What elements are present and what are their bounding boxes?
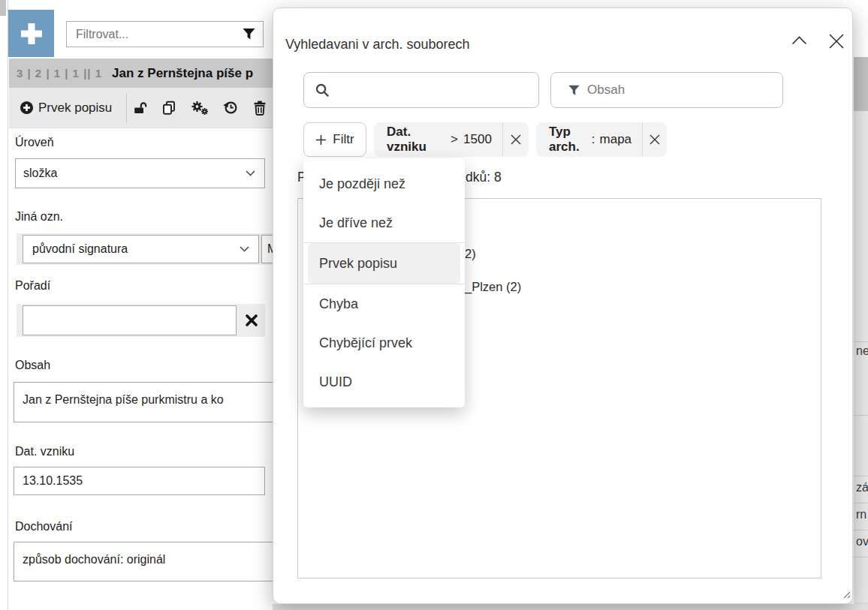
breadcrumb-numbers: 3 | 2 | 1 | 1 || 1 (9, 67, 102, 80)
dropdown-item-je-pozdeji-nez[interactable]: Je později než (303, 164, 465, 203)
content-filter-input[interactable] (586, 82, 782, 98)
close-icon (649, 134, 661, 146)
left-scrollbar-track (0, 0, 8, 610)
chip-field-name: Typ arch. (549, 125, 592, 155)
jina-ozn-value-fragment: M (261, 235, 273, 263)
uroven-select-value: složka (16, 167, 246, 180)
gears-icon (191, 100, 209, 116)
archive-search-field[interactable] (303, 72, 539, 108)
dropdown-item-prvek-popisu[interactable]: Prvek popisu (308, 243, 460, 284)
page-bottom-strip (273, 604, 868, 610)
plus-circle-icon (20, 101, 34, 115)
toolbar-divider (126, 93, 127, 122)
field-label-poradi: Pořadí (15, 279, 50, 293)
right-panel-sliver: ne zá rn ov (854, 0, 868, 610)
copy-button[interactable] (161, 88, 178, 128)
chevron-up-icon (791, 36, 807, 45)
divider (854, 476, 868, 476)
breadcrumb: 3 | 2 | 1 | 1 || 1 Jan z Pernštejna píše… (9, 59, 273, 88)
add-filter-label: Filtr (333, 132, 354, 147)
history-button[interactable] (222, 88, 239, 128)
divider (854, 530, 868, 530)
clipped-text-fragment: zá (856, 481, 868, 494)
add-filter-button[interactable]: Filtr (303, 122, 366, 157)
dialog-title: Vyhledavani v arch. souborech (285, 37, 469, 53)
filter-funnel-icon (242, 27, 256, 41)
dropdown-item-je-drive-nez[interactable]: Je dříve než (303, 203, 465, 242)
collapse-dialog-button[interactable] (788, 33, 810, 48)
filter-type-dropdown: Je později než Je dříve než Prvek popisu… (303, 158, 465, 407)
dropdown-item-uuid[interactable]: UUID (303, 362, 465, 401)
add-description-element-button[interactable]: Prvek popisu (14, 88, 118, 128)
field-label-uroven: Úroveň (15, 136, 54, 149)
chevron-down-icon (240, 246, 249, 252)
field-label-jina-ozn: Jiná ozn. (15, 210, 63, 224)
result-item-fragment[interactable]: _Plzen (2) (465, 280, 521, 294)
clipped-text-fragment: ne (856, 344, 868, 358)
jina-ozn-select[interactable]: původní signatura (23, 235, 259, 263)
field-label-dat-vzniku: Dat. vzniku (15, 445, 74, 458)
chip-operator: : (592, 132, 595, 147)
application-window: 3 | 2 | 1 | 1 || 1 Jan z Pernštejna píše… (0, 0, 868, 610)
clipped-text-fragment: ov (856, 535, 868, 548)
close-icon (827, 32, 845, 50)
clipped-text-fragment: rn (856, 508, 866, 521)
obsah-textarea[interactable]: Jan z Pernštejna píše purkmistru a ko (14, 382, 273, 422)
unlock-button[interactable] (133, 88, 149, 128)
filter-funnel-icon (568, 84, 580, 97)
chip-value: 1500 (463, 132, 492, 147)
chevron-down-icon (246, 170, 255, 176)
divider (854, 341, 868, 342)
chip-field-name: Dat. vzniku (387, 125, 445, 155)
divider (854, 557, 868, 557)
close-dialog-button[interactable] (825, 30, 848, 53)
remove-filter-button[interactable] (642, 122, 667, 157)
left-scrollbar-thumb[interactable] (0, 0, 6, 16)
archive-search-input[interactable] (337, 82, 538, 98)
dat-vzniku-input[interactable] (14, 467, 265, 495)
record-toolbar: Prvek popisu (9, 88, 273, 128)
dochovani-textarea[interactable]: způsob dochování: originál (14, 542, 273, 581)
copy-icon (161, 100, 178, 116)
filter-chip-typ-arch[interactable]: Typ arch. : mapa (536, 122, 667, 157)
unlock-icon (133, 101, 149, 115)
resize-handle[interactable] (839, 587, 851, 599)
field-label-obsah: Obsah (15, 359, 50, 372)
add-node-button[interactable] (8, 10, 54, 57)
record-title: Jan z Pernštejna píše p (112, 66, 253, 81)
field-label-dochovani: Dochování (15, 520, 73, 533)
trash-icon (252, 100, 267, 116)
clear-x-icon (245, 314, 258, 327)
tree-filter-field[interactable] (66, 21, 264, 47)
history-icon (222, 100, 239, 116)
search-archive-dialog: Vyhledavani v arch. souborech (273, 8, 853, 604)
settings-button[interactable] (191, 88, 209, 128)
resize-gripper-icon (839, 587, 851, 599)
search-icon (315, 83, 330, 98)
content-filter-field[interactable] (550, 72, 783, 108)
chip-value: mapa (600, 132, 632, 147)
uroven-select[interactable]: složka (15, 158, 265, 188)
remove-filter-button[interactable] (502, 122, 529, 157)
right-panel-header-strip (854, 57, 868, 111)
plus-icon (19, 21, 44, 47)
plus-icon (315, 134, 327, 146)
tree-filter-input[interactable] (67, 28, 242, 41)
dropdown-item-chybejici-prvek[interactable]: Chybějící prvek (303, 323, 465, 362)
close-icon (510, 134, 522, 146)
result-item-fragment[interactable]: 2) (465, 247, 476, 261)
dropdown-item-chyba[interactable]: Chyba (303, 284, 465, 323)
add-description-element-label: Prvek popisu (38, 101, 112, 116)
jina-ozn-select-value: původní signatura (23, 242, 240, 256)
results-count-fragment-right: dků: 8 (466, 170, 502, 185)
delete-button[interactable] (252, 88, 267, 128)
divider (854, 503, 868, 503)
divider (854, 415, 868, 416)
poradi-input[interactable] (23, 305, 237, 335)
filter-chip-dat-vzniku[interactable]: Dat. vzniku > 1500 (374, 122, 529, 157)
poradi-clear-button[interactable] (245, 314, 258, 330)
chip-operator: > (451, 132, 458, 147)
